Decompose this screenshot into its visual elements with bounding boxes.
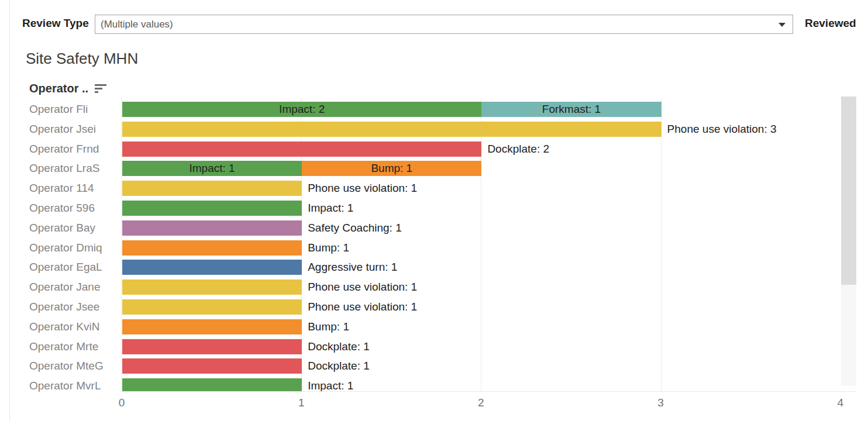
bar-segment[interactable] <box>122 181 302 196</box>
chart-viewport: Operator FliImpact: 2Forkmast: 1Operator… <box>0 98 868 392</box>
bar-segment-label: Forkmast: 1 <box>542 103 601 116</box>
row-label[interactable]: Operator 596 <box>29 201 118 216</box>
plot-bottom-line <box>121 391 856 392</box>
row-label[interactable]: Operator Jane <box>29 279 118 295</box>
bar-value-label: Bump: 1 <box>308 240 349 256</box>
bar-value-label: Phone use violation: 3 <box>667 122 777 137</box>
bar-segment[interactable] <box>122 319 302 334</box>
review-type-filter-label: Review Type <box>22 17 89 30</box>
bar-value-label: Dockplate: 1 <box>308 339 370 354</box>
bar-segment[interactable] <box>122 378 302 392</box>
x-axis-tick-label: 4 <box>838 396 844 409</box>
row-label[interactable]: Operator Mrte <box>29 339 118 354</box>
column-header-operator[interactable]: Operator .. <box>29 82 88 95</box>
bar-value-label: Phone use violation: 1 <box>308 181 417 196</box>
bar-value-label: Impact: 1 <box>308 201 353 216</box>
bar-value-label: Dockplate: 2 <box>487 142 549 157</box>
scrollbar-thumb[interactable] <box>841 96 856 285</box>
bar-segment[interactable]: Forkmast: 1 <box>481 102 661 117</box>
row-label[interactable]: Operator Dmiq <box>29 240 118 256</box>
review-type-dropdown-value: (Multiple values) <box>101 19 173 30</box>
row-label[interactable]: Operator KviN <box>29 319 118 334</box>
sort-descending-icon[interactable] <box>95 84 108 95</box>
x-axis-tick-label: 0 <box>119 396 125 409</box>
row-label[interactable]: Operator Jsee <box>29 299 118 315</box>
row-label[interactable]: Operator Frnd <box>29 142 118 157</box>
page-title: Site Safety MHN <box>26 50 138 68</box>
bar-segment[interactable] <box>122 358 302 374</box>
row-label[interactable]: Operator MteG <box>29 358 118 374</box>
x-axis: 01234 <box>0 393 868 413</box>
bar-value-label: Bump: 1 <box>308 319 349 334</box>
bar-segment[interactable] <box>122 279 302 295</box>
bar-value-label: Phone use violation: 1 <box>308 299 417 315</box>
row-label[interactable]: Operator Fli <box>29 102 118 117</box>
bar-segment[interactable]: Impact: 1 <box>122 161 302 176</box>
row-label[interactable]: Operator Bay <box>29 220 118 236</box>
row-label[interactable]: Operator 114 <box>29 181 118 196</box>
row-label[interactable]: Operator LraS <box>29 161 118 176</box>
axis-zero-line <box>121 98 122 392</box>
bar-value-label: Aggressive turn: 1 <box>308 260 397 275</box>
row-label[interactable]: Operator Jsei <box>29 122 118 137</box>
app-root: Review Type (Multiple values) Reviewed S… <box>0 0 868 421</box>
chevron-down-icon[interactable] <box>779 23 786 27</box>
bar-segment[interactable]: Impact: 2 <box>122 102 481 117</box>
row-label[interactable]: Operator EgaL <box>29 260 118 275</box>
bar-segment[interactable] <box>122 122 662 137</box>
x-axis-tick-label: 2 <box>478 396 484 409</box>
bar-segment-label: Bump: 1 <box>371 162 412 175</box>
bar-segment-label: Impact: 1 <box>190 162 235 175</box>
bar-segment[interactable] <box>122 339 302 354</box>
bar-segment[interactable] <box>122 142 481 157</box>
bar-value-label: Safety Coaching: 1 <box>308 220 402 236</box>
bar-segment[interactable]: Bump: 1 <box>302 161 481 176</box>
bar-value-label: Impact: 1 <box>308 378 353 392</box>
bar-segment[interactable] <box>122 220 302 236</box>
bar-segment[interactable] <box>122 260 302 275</box>
bar-value-label: Dockplate: 1 <box>308 358 370 374</box>
bar-segment[interactable] <box>122 240 302 256</box>
gridline <box>661 98 662 392</box>
bar-segment[interactable] <box>122 201 302 216</box>
bar-segment-label: Impact: 2 <box>279 103 325 116</box>
x-axis-tick-label: 3 <box>657 396 664 409</box>
review-type-dropdown[interactable]: (Multiple values) <box>95 15 793 34</box>
bar-value-label: Phone use violation: 1 <box>308 279 417 295</box>
reviewed-filter-label: Reviewed <box>805 17 856 30</box>
x-axis-tick-label: 1 <box>298 396 305 409</box>
scrollbar[interactable] <box>841 96 856 386</box>
row-label[interactable]: Operator MvrL <box>29 378 118 392</box>
bar-segment[interactable] <box>122 299 302 315</box>
